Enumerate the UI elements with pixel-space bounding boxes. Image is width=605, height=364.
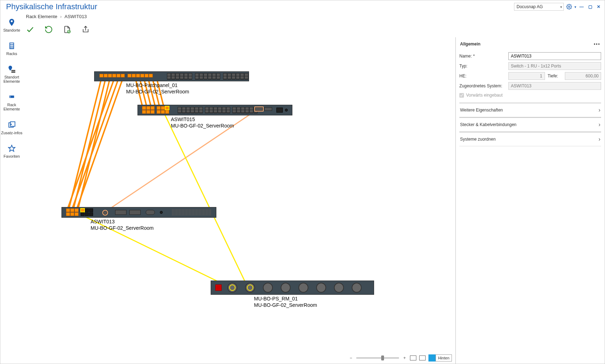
section-weitere-eigenschaften[interactable]: Weitere Eigenschaften› xyxy=(459,103,601,117)
svg-line-18 xyxy=(77,80,110,215)
device-label-aswit013: ASWIT013MU-BO-GF-02_ServerRoom xyxy=(91,218,153,231)
svg-line-20 xyxy=(72,80,118,210)
properties-panel: Allgemein ••• Name: * Typ: HE: Tiefe: Zu… xyxy=(455,37,605,364)
sidebar-item-favoriten[interactable]: Favoriten xyxy=(0,142,23,160)
panel-title: Allgemein xyxy=(460,42,480,47)
sidebar-item-rack-elemente[interactable]: Rack Elemente xyxy=(0,91,23,113)
svg-point-14 xyxy=(11,124,11,125)
info-icon xyxy=(7,120,17,130)
fit-width-icon[interactable] xyxy=(410,355,416,360)
breadcrumb: Rack Elemente › ASWIT013 xyxy=(26,14,87,19)
pdu-power-switch-icon xyxy=(215,284,222,291)
location-pin-icon xyxy=(7,17,17,27)
gear-dropdown-icon[interactable]: ▾ xyxy=(574,5,576,9)
panel-menu-icon[interactable]: ••• xyxy=(594,42,600,47)
export-csv-button[interactable] xyxy=(63,25,71,34)
gear-icon[interactable] xyxy=(566,4,572,10)
section-stecker-kabelverbindungen[interactable]: Stecker & Kabelverbindungen› xyxy=(459,117,601,132)
sidebar-item-label: Rack Elemente xyxy=(0,103,23,111)
label-assigned: Zugeordnetes System: xyxy=(459,83,506,88)
device-aswit015[interactable] xyxy=(137,105,292,115)
topology-canvas[interactable]: MU-BO-Patchpanel_01MU-BO-GF-02_ServerRoo… xyxy=(23,37,455,364)
close-icon[interactable]: ✕ xyxy=(595,4,602,10)
chevron-right-icon: › xyxy=(599,107,600,113)
svg-point-0 xyxy=(568,6,570,7)
side-toggle[interactable]: Hinten xyxy=(428,354,452,362)
breadcrumb-parent[interactable]: Rack Elemente xyxy=(26,14,57,19)
section-systeme-zuordnen[interactable]: Systeme zuordnen› xyxy=(459,132,601,146)
label-he: HE: xyxy=(459,74,506,78)
device-pdu[interactable] xyxy=(211,281,374,295)
chevron-right-icon: › xyxy=(60,14,61,19)
checkbox-forward-mounted xyxy=(459,93,464,98)
input-type xyxy=(508,62,601,70)
apply-button[interactable] xyxy=(26,25,34,34)
svg-line-29 xyxy=(164,113,248,287)
label-forward-mounted: Vorwärts eingebaut xyxy=(466,93,503,98)
device-aswit013[interactable] xyxy=(61,207,216,218)
svg-line-21 xyxy=(77,80,123,210)
sidebar-item-zusatzinfos[interactable]: Zusatz-infos xyxy=(0,119,23,136)
input-he xyxy=(508,72,545,80)
rack-icon xyxy=(7,41,17,51)
sidebar-item-racks[interactable]: Racks xyxy=(0,39,23,57)
svg-line-17 xyxy=(72,80,106,215)
breadcrumb-current: ASWIT013 xyxy=(65,14,87,19)
zoom-in-button[interactable]: + xyxy=(402,355,407,360)
chevron-right-icon: › xyxy=(599,136,600,142)
sidebar-item-standort-elemente[interactable]: Standort Elemente xyxy=(0,63,23,85)
sidebar-item-label: Zusatz-infos xyxy=(1,131,22,135)
star-icon xyxy=(7,143,17,153)
svg-rect-10 xyxy=(10,96,11,97)
export-button[interactable] xyxy=(81,25,90,34)
minimize-icon[interactable]: — xyxy=(578,4,585,10)
input-assigned xyxy=(508,82,601,90)
sidebar-item-label: Favoriten xyxy=(4,154,20,158)
label-depth: Tiefe: xyxy=(548,74,562,78)
svg-line-16 xyxy=(67,80,101,215)
input-name[interactable] xyxy=(508,52,601,60)
maximize-icon[interactable]: ▢ xyxy=(587,4,593,10)
svg-marker-15 xyxy=(9,145,15,151)
svg-rect-9 xyxy=(9,96,14,98)
rack-element-icon xyxy=(7,92,17,102)
location-elements-icon xyxy=(7,64,17,74)
page-title: Physikalische Infrastruktur xyxy=(6,2,97,11)
label-type: Typ: xyxy=(459,64,506,69)
device-label-aswit015: ASWIT015MU-BO-GF-02_ServerRoom xyxy=(171,116,234,129)
sidebar-item-standorte[interactable]: Standorte xyxy=(0,16,23,34)
sidebar-item-label: Standorte xyxy=(3,28,20,32)
input-depth xyxy=(565,72,601,80)
device-label-pdu: MU-BO-PS_RM_01MU-BO-GF-02_ServerRoom xyxy=(254,295,317,308)
sidebar-item-label: Racks xyxy=(6,51,17,56)
chevron-right-icon: › xyxy=(599,121,600,128)
tenant-select[interactable]: Docusnap AG xyxy=(514,3,564,11)
fit-page-icon[interactable] xyxy=(419,355,426,360)
svg-line-19 xyxy=(67,80,114,210)
label-name: Name: * xyxy=(459,54,506,59)
device-label-patchpanel: MU-BO-Patchpanel_01MU-BO-GF-02_ServerRoo… xyxy=(126,82,189,95)
zoom-slider[interactable] xyxy=(356,357,399,359)
zoom-out-button[interactable]: − xyxy=(348,355,353,360)
refresh-button[interactable] xyxy=(44,25,53,34)
sidebar-item-label: Standort Elemente xyxy=(0,75,23,83)
device-patchpanel[interactable] xyxy=(94,71,249,81)
svg-rect-11 xyxy=(10,97,11,97)
